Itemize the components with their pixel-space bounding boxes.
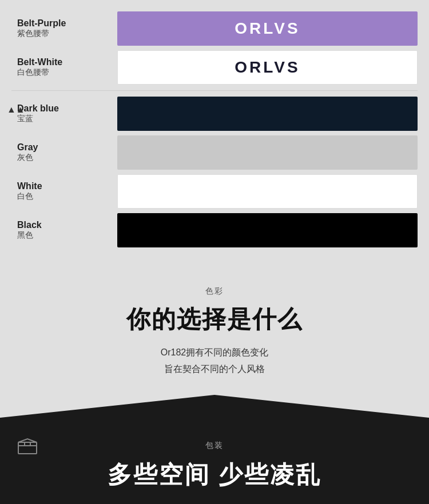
swatch-belt-white: ORLVS xyxy=(117,50,418,85)
color-row-gray: Gray 灰色 xyxy=(0,135,429,170)
color-row-belt-purple: Belt-Purple 紫色腰带 ORLVS xyxy=(0,11,429,46)
color-main-title: 你的选择是什么 xyxy=(11,303,418,335)
chevron-transition xyxy=(0,378,429,418)
packaging-content: 包装 多些空间 少些凌乱 xyxy=(0,418,429,504)
dot-icon: ▲▲ xyxy=(7,105,25,115)
color-description: Or182拥有不同的颜色变化 旨在契合不同的个人风格 xyxy=(11,345,418,378)
color-row-black: Black 黑色 xyxy=(0,213,429,247)
swatch-black xyxy=(117,213,418,247)
logo-belt-white: ORLVS xyxy=(235,58,300,77)
svg-rect-2 xyxy=(18,442,37,454)
packaging-section-tag: 包装 xyxy=(11,441,418,451)
color-info-section: 色彩 你的选择是什么 Or182拥有不同的颜色变化 旨在契合不同的个人风格 xyxy=(0,269,429,378)
color-label-gray: Gray 灰色 xyxy=(11,142,117,163)
color-desc-line1: Or182拥有不同的颜色变化 xyxy=(161,347,268,357)
box-icon xyxy=(17,438,38,455)
swatch-darkblue xyxy=(117,97,418,131)
swatch-white xyxy=(117,174,418,209)
swatch-belt-purple: ORLVS xyxy=(117,11,418,46)
color-label-black: Black 黑色 xyxy=(11,220,117,241)
color-zh-black: 黑色 xyxy=(17,230,117,241)
color-label-white: White 白色 xyxy=(11,181,117,202)
color-zh-belt-purple: 紫色腰带 xyxy=(17,29,117,39)
chevron-svg xyxy=(0,378,429,418)
color-row-belt-white: Belt-White 白色腰带 ORLVS xyxy=(0,50,429,85)
color-label-belt-white: Belt-White 白色腰带 xyxy=(11,57,117,78)
color-label-darkblue: ▲▲ Dark blue 宝蓝 xyxy=(11,103,117,124)
color-section-tag: 色彩 xyxy=(11,286,418,297)
logo-belt-purple: ORLVS xyxy=(235,19,300,38)
packaging-main-title: 多些空间 少些凌乱 xyxy=(11,459,418,491)
color-en-darkblue: Dark blue xyxy=(17,103,117,114)
color-zh-gray: 灰色 xyxy=(17,153,117,163)
color-en-white: White xyxy=(17,181,117,191)
color-en-belt-white: Belt-White xyxy=(17,57,117,67)
color-desc-line2: 旨在契合不同的个人风格 xyxy=(164,364,265,374)
color-section: Belt-Purple 紫色腰带 ORLVS Belt-White 白色腰带 O… xyxy=(0,0,429,269)
color-label-belt-purple: Belt-Purple 紫色腰带 xyxy=(11,18,117,39)
packaging-section: 包装 多些空间 少些凌乱 xyxy=(0,418,429,504)
color-zh-darkblue: 宝蓝 xyxy=(17,114,117,124)
section-divider xyxy=(11,90,418,91)
swatch-gray xyxy=(117,135,418,170)
color-en-gray: Gray xyxy=(17,142,117,153)
color-zh-belt-white: 白色腰带 xyxy=(17,67,117,78)
color-zh-white: 白色 xyxy=(17,191,117,202)
color-row-white: White 白色 xyxy=(0,174,429,209)
color-row-darkblue: ▲▲ Dark blue 宝蓝 xyxy=(0,97,429,131)
color-en-black: Black xyxy=(17,220,117,230)
color-en-belt-purple: Belt-Purple xyxy=(17,18,117,29)
svg-rect-4 xyxy=(25,442,30,446)
